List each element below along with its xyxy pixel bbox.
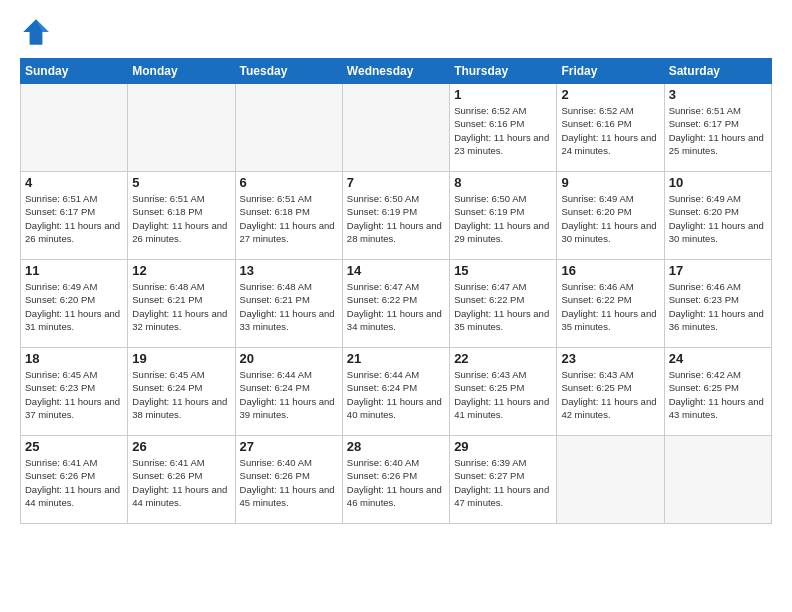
cell-info: Sunrise: 6:50 AMSunset: 6:19 PMDaylight:… <box>347 192 445 245</box>
cell-info: Sunrise: 6:46 AMSunset: 6:22 PMDaylight:… <box>561 280 659 333</box>
calendar-cell <box>128 84 235 172</box>
calendar-cell: 2Sunrise: 6:52 AMSunset: 6:16 PMDaylight… <box>557 84 664 172</box>
calendar-week-row: 4Sunrise: 6:51 AMSunset: 6:17 PMDaylight… <box>21 172 772 260</box>
logo-icon <box>20 16 52 48</box>
weekday-header: Tuesday <box>235 59 342 84</box>
calendar-cell: 5Sunrise: 6:51 AMSunset: 6:18 PMDaylight… <box>128 172 235 260</box>
calendar-cell: 6Sunrise: 6:51 AMSunset: 6:18 PMDaylight… <box>235 172 342 260</box>
day-number: 13 <box>240 263 338 278</box>
calendar: SundayMondayTuesdayWednesdayThursdayFrid… <box>20 58 772 524</box>
day-number: 2 <box>561 87 659 102</box>
day-number: 6 <box>240 175 338 190</box>
day-number: 26 <box>132 439 230 454</box>
cell-info: Sunrise: 6:40 AMSunset: 6:26 PMDaylight:… <box>347 456 445 509</box>
day-number: 10 <box>669 175 767 190</box>
cell-info: Sunrise: 6:39 AMSunset: 6:27 PMDaylight:… <box>454 456 552 509</box>
cell-info: Sunrise: 6:51 AMSunset: 6:17 PMDaylight:… <box>669 104 767 157</box>
weekday-header: Friday <box>557 59 664 84</box>
calendar-cell: 8Sunrise: 6:50 AMSunset: 6:19 PMDaylight… <box>450 172 557 260</box>
cell-info: Sunrise: 6:51 AMSunset: 6:18 PMDaylight:… <box>240 192 338 245</box>
cell-info: Sunrise: 6:49 AMSunset: 6:20 PMDaylight:… <box>25 280 123 333</box>
weekday-header: Wednesday <box>342 59 449 84</box>
header <box>20 16 772 48</box>
calendar-cell <box>21 84 128 172</box>
cell-info: Sunrise: 6:44 AMSunset: 6:24 PMDaylight:… <box>240 368 338 421</box>
day-number: 19 <box>132 351 230 366</box>
day-number: 21 <box>347 351 445 366</box>
cell-info: Sunrise: 6:43 AMSunset: 6:25 PMDaylight:… <box>454 368 552 421</box>
calendar-cell <box>664 436 771 524</box>
calendar-cell: 9Sunrise: 6:49 AMSunset: 6:20 PMDaylight… <box>557 172 664 260</box>
calendar-week-row: 11Sunrise: 6:49 AMSunset: 6:20 PMDayligh… <box>21 260 772 348</box>
day-number: 9 <box>561 175 659 190</box>
day-number: 3 <box>669 87 767 102</box>
weekday-header: Sunday <box>21 59 128 84</box>
cell-info: Sunrise: 6:49 AMSunset: 6:20 PMDaylight:… <box>561 192 659 245</box>
calendar-cell: 7Sunrise: 6:50 AMSunset: 6:19 PMDaylight… <box>342 172 449 260</box>
calendar-cell <box>557 436 664 524</box>
day-number: 20 <box>240 351 338 366</box>
calendar-cell: 11Sunrise: 6:49 AMSunset: 6:20 PMDayligh… <box>21 260 128 348</box>
day-number: 17 <box>669 263 767 278</box>
day-number: 25 <box>25 439 123 454</box>
day-number: 7 <box>347 175 445 190</box>
day-number: 11 <box>25 263 123 278</box>
day-number: 29 <box>454 439 552 454</box>
day-number: 15 <box>454 263 552 278</box>
calendar-header-row: SundayMondayTuesdayWednesdayThursdayFrid… <box>21 59 772 84</box>
calendar-cell <box>235 84 342 172</box>
cell-info: Sunrise: 6:41 AMSunset: 6:26 PMDaylight:… <box>132 456 230 509</box>
calendar-cell: 19Sunrise: 6:45 AMSunset: 6:24 PMDayligh… <box>128 348 235 436</box>
calendar-cell: 12Sunrise: 6:48 AMSunset: 6:21 PMDayligh… <box>128 260 235 348</box>
calendar-week-row: 18Sunrise: 6:45 AMSunset: 6:23 PMDayligh… <box>21 348 772 436</box>
calendar-cell: 28Sunrise: 6:40 AMSunset: 6:26 PMDayligh… <box>342 436 449 524</box>
calendar-cell: 13Sunrise: 6:48 AMSunset: 6:21 PMDayligh… <box>235 260 342 348</box>
weekday-header: Thursday <box>450 59 557 84</box>
weekday-header: Saturday <box>664 59 771 84</box>
cell-info: Sunrise: 6:52 AMSunset: 6:16 PMDaylight:… <box>454 104 552 157</box>
cell-info: Sunrise: 6:52 AMSunset: 6:16 PMDaylight:… <box>561 104 659 157</box>
calendar-cell: 18Sunrise: 6:45 AMSunset: 6:23 PMDayligh… <box>21 348 128 436</box>
calendar-cell: 4Sunrise: 6:51 AMSunset: 6:17 PMDaylight… <box>21 172 128 260</box>
calendar-cell: 1Sunrise: 6:52 AMSunset: 6:16 PMDaylight… <box>450 84 557 172</box>
day-number: 24 <box>669 351 767 366</box>
cell-info: Sunrise: 6:51 AMSunset: 6:18 PMDaylight:… <box>132 192 230 245</box>
day-number: 22 <box>454 351 552 366</box>
day-number: 23 <box>561 351 659 366</box>
cell-info: Sunrise: 6:48 AMSunset: 6:21 PMDaylight:… <box>240 280 338 333</box>
cell-info: Sunrise: 6:48 AMSunset: 6:21 PMDaylight:… <box>132 280 230 333</box>
cell-info: Sunrise: 6:50 AMSunset: 6:19 PMDaylight:… <box>454 192 552 245</box>
cell-info: Sunrise: 6:43 AMSunset: 6:25 PMDaylight:… <box>561 368 659 421</box>
day-number: 8 <box>454 175 552 190</box>
cell-info: Sunrise: 6:47 AMSunset: 6:22 PMDaylight:… <box>347 280 445 333</box>
cell-info: Sunrise: 6:51 AMSunset: 6:17 PMDaylight:… <box>25 192 123 245</box>
calendar-cell: 15Sunrise: 6:47 AMSunset: 6:22 PMDayligh… <box>450 260 557 348</box>
calendar-cell <box>342 84 449 172</box>
calendar-cell: 26Sunrise: 6:41 AMSunset: 6:26 PMDayligh… <box>128 436 235 524</box>
calendar-cell: 29Sunrise: 6:39 AMSunset: 6:27 PMDayligh… <box>450 436 557 524</box>
cell-info: Sunrise: 6:45 AMSunset: 6:23 PMDaylight:… <box>25 368 123 421</box>
day-number: 27 <box>240 439 338 454</box>
calendar-cell: 16Sunrise: 6:46 AMSunset: 6:22 PMDayligh… <box>557 260 664 348</box>
calendar-week-row: 1Sunrise: 6:52 AMSunset: 6:16 PMDaylight… <box>21 84 772 172</box>
calendar-cell: 27Sunrise: 6:40 AMSunset: 6:26 PMDayligh… <box>235 436 342 524</box>
calendar-cell: 3Sunrise: 6:51 AMSunset: 6:17 PMDaylight… <box>664 84 771 172</box>
day-number: 28 <box>347 439 445 454</box>
day-number: 16 <box>561 263 659 278</box>
logo <box>20 16 58 48</box>
weekday-header: Monday <box>128 59 235 84</box>
cell-info: Sunrise: 6:49 AMSunset: 6:20 PMDaylight:… <box>669 192 767 245</box>
cell-info: Sunrise: 6:47 AMSunset: 6:22 PMDaylight:… <box>454 280 552 333</box>
calendar-cell: 14Sunrise: 6:47 AMSunset: 6:22 PMDayligh… <box>342 260 449 348</box>
day-number: 5 <box>132 175 230 190</box>
cell-info: Sunrise: 6:42 AMSunset: 6:25 PMDaylight:… <box>669 368 767 421</box>
cell-info: Sunrise: 6:45 AMSunset: 6:24 PMDaylight:… <box>132 368 230 421</box>
calendar-cell: 21Sunrise: 6:44 AMSunset: 6:24 PMDayligh… <box>342 348 449 436</box>
calendar-week-row: 25Sunrise: 6:41 AMSunset: 6:26 PMDayligh… <box>21 436 772 524</box>
day-number: 18 <box>25 351 123 366</box>
day-number: 4 <box>25 175 123 190</box>
calendar-cell: 25Sunrise: 6:41 AMSunset: 6:26 PMDayligh… <box>21 436 128 524</box>
cell-info: Sunrise: 6:41 AMSunset: 6:26 PMDaylight:… <box>25 456 123 509</box>
calendar-cell: 23Sunrise: 6:43 AMSunset: 6:25 PMDayligh… <box>557 348 664 436</box>
cell-info: Sunrise: 6:44 AMSunset: 6:24 PMDaylight:… <box>347 368 445 421</box>
